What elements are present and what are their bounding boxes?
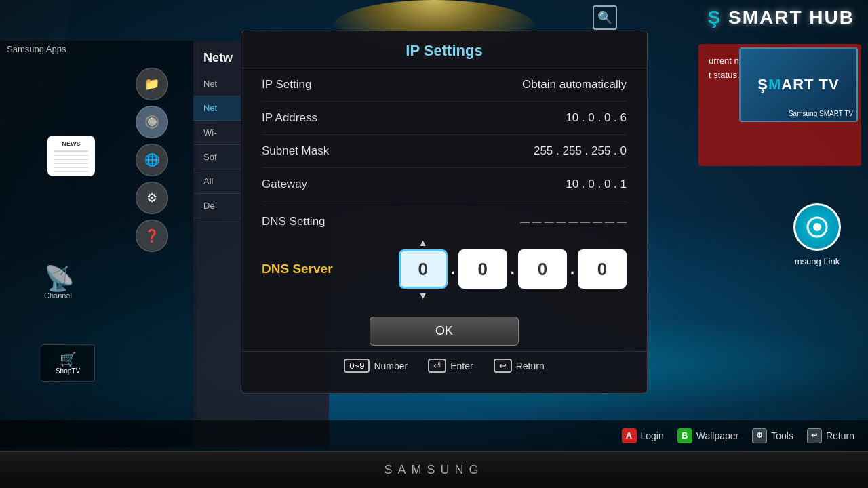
dns-setting-value: — — — — — — — — — (520, 216, 627, 227)
hint-key-number: 0~9 (344, 359, 370, 373)
news-app-icon[interactable]: NEWS (47, 136, 95, 176)
samsung-link-label: msung Link (793, 256, 841, 266)
taskbar: A Login B Wallpaper ⚙ Tools ↩ Return (0, 420, 868, 451)
dns-setting-label: DNS Setting (262, 215, 326, 228)
dns-setting-row: DNS Setting — — — — — — — — — (262, 209, 627, 234)
dns-input-group-3[interactable]: 0 (518, 237, 567, 302)
taskbar-login[interactable]: A Login (622, 428, 664, 443)
ip-address-row: IP Address 10 . 0 . 0 . 6 (262, 102, 627, 135)
smart-hub-logo: Ş SMART HUB (708, 7, 854, 28)
shoptv-label: ShopTV (56, 367, 80, 375)
hint-key-return: ↩ (494, 359, 512, 373)
smart-hub-s-letter: Ş (708, 7, 722, 28)
network-status-text2: t status. (709, 70, 740, 80)
subnet-mask-label: Subnet Mask (262, 144, 329, 158)
shoptv-icon[interactable]: 🛒 ShopTV (41, 344, 95, 382)
svg-point-1 (813, 223, 821, 231)
gateway-label: Gateway (262, 178, 307, 191)
hint-return: ↩ Return (494, 359, 545, 373)
samsung-apps-label: Samsung Apps (7, 44, 66, 54)
dns-input-box-3[interactable]: 0 (518, 249, 567, 289)
samsung-smarttv-label: Samsung SMART TV (789, 110, 853, 117)
dns-section: DNS Setting — — — — — — — — — DNS Server… (262, 201, 627, 310)
dns-input-box-2[interactable]: 0 (458, 249, 507, 289)
ip-settings-dialog: IP Settings IP Setting Obtain automatica… (241, 30, 648, 394)
subnet-mask-value: 255 . 255 . 255 . 0 (534, 144, 627, 158)
taskbar-wallpaper-label: Wallpaper (696, 430, 739, 441)
dns-server-label: DNS Server (262, 262, 333, 277)
hint-number: 0~9 Number (344, 359, 408, 373)
hint-label-number: Number (374, 361, 408, 371)
smart-hub-text: SMART HUB (728, 7, 854, 28)
side-nav: 📁 🔘 🌐 ⚙ ❓ (136, 68, 168, 252)
samsung-logo: SAMSUNG (384, 463, 484, 477)
samsung-link-icon[interactable] (793, 203, 841, 251)
samsung-link-area[interactable]: msung Link (793, 203, 841, 266)
tv-frame-bottom: SAMSUNG (0, 451, 868, 488)
ip-address-label: IP Address (262, 111, 317, 125)
taskbar-badge-return: ↩ (807, 428, 822, 443)
search-button[interactable]: 🔍 (593, 5, 617, 30)
gateway-row: Gateway 10 . 0 . 0 . 1 (262, 168, 627, 201)
news-icon-label: NEWS (62, 140, 81, 147)
hint-enter: ⏎ Enter (428, 359, 473, 373)
ip-address-value: 10 . 0 . 0 . 6 (566, 111, 627, 125)
taskbar-tools-label: Tools (771, 430, 793, 441)
samsung-smarttv-thumbnail: ŞMART TV Samsung SMART TV (739, 47, 858, 122)
taskbar-wallpaper[interactable]: B Wallpaper (677, 428, 739, 443)
dns-input-box-4[interactable]: 0 (578, 249, 627, 289)
ip-setting-value: Obtain automatically (522, 78, 627, 92)
hint-key-enter: ⏎ (428, 359, 446, 373)
ok-button[interactable]: OK (370, 317, 519, 346)
dns-dot-2: . (509, 260, 517, 278)
hint-label-enter: Enter (450, 361, 473, 371)
ip-setting-label: IP Setting (262, 78, 311, 92)
dns-dot-3: . (568, 260, 576, 278)
dns-input-group-2[interactable]: 0 (458, 237, 507, 302)
side-nav-folder[interactable]: 📁 (136, 68, 168, 100)
dns-arrow-up-1[interactable]: ▲ (418, 238, 428, 247)
dns-server-row: DNS Server ▲ 0 ▼ . 0 . (262, 234, 627, 310)
dns-input-group-1[interactable]: ▲ 0 ▼ (399, 238, 448, 300)
taskbar-badge-tools: ⚙ (752, 428, 767, 443)
taskbar-tools[interactable]: ⚙ Tools (752, 428, 793, 443)
dialog-body: IP Setting Obtain automatically IP Addre… (241, 68, 647, 310)
ip-setting-row: IP Setting Obtain automatically (262, 68, 627, 102)
channel-icon[interactable]: 📡 (44, 264, 75, 293)
dns-input-group-4[interactable]: 0 (578, 237, 627, 302)
dialog-title: IP Settings (241, 31, 647, 68)
dns-arrow-down-1[interactable]: ▼ (418, 291, 428, 300)
taskbar-return[interactable]: ↩ Return (807, 428, 854, 443)
dns-input-box-1[interactable]: 0 (399, 249, 448, 289)
dns-dot-1: . (449, 260, 457, 278)
gateway-value: 10 . 0 . 0 . 1 (566, 178, 627, 191)
dns-inputs: ▲ 0 ▼ . 0 . 0 (399, 237, 627, 302)
side-nav-help[interactable]: ❓ (136, 220, 168, 252)
hint-bar: 0~9 Number ⏎ Enter ↩ Return (241, 351, 647, 380)
side-nav-globe[interactable]: 🌐 (136, 144, 168, 176)
subnet-mask-row: Subnet Mask 255 . 255 . 255 . 0 (262, 135, 627, 168)
taskbar-badge-a: A (622, 428, 637, 443)
side-nav-settings[interactable]: ⚙ (136, 182, 168, 214)
hint-label-return: Return (516, 361, 545, 371)
taskbar-login-label: Login (641, 430, 664, 441)
side-nav-network[interactable]: 🔘 (136, 106, 168, 138)
ok-button-container: OK (241, 310, 647, 346)
taskbar-badge-b: B (677, 428, 692, 443)
taskbar-return-label: Return (826, 430, 854, 441)
